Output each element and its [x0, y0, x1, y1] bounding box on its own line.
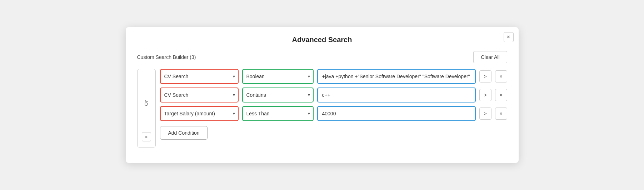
arrow-button-3[interactable]: > [479, 108, 491, 120]
arrow-button-2[interactable]: > [479, 89, 491, 101]
condition-row: CV Search Target Salary (amount) Boolean… [160, 69, 507, 84]
conditions-area: CV Search Target Salary (amount) Boolean… [160, 69, 507, 148]
add-condition-row: Add Condition [160, 125, 507, 140]
operator-select-wrapper-2: Boolean Contains Less Than [242, 88, 314, 102]
field-select-1[interactable]: CV Search Target Salary (amount) [160, 69, 239, 84]
builder-area: Or × CV Search Target Salary (amount) Bo… [137, 69, 507, 148]
operator-select-wrapper-3: Boolean Contains Less Than [242, 106, 314, 121]
operator-select-wrapper-1: Boolean Contains Less Than [242, 69, 314, 84]
modal-title: Advanced Search [137, 36, 507, 44]
or-label: Or [144, 100, 149, 106]
section-label: Custom Search Builder (3) [137, 54, 196, 60]
field-select-wrapper-1: CV Search Target Salary (amount) [160, 69, 239, 84]
value-input-1[interactable] [317, 69, 476, 84]
remove-button-3[interactable]: × [495, 108, 507, 120]
remove-button-2[interactable]: × [495, 89, 507, 101]
field-select-3[interactable]: CV Search Target Salary (amount) [160, 106, 239, 121]
field-select-2[interactable]: CV Search Target Salary (amount) [160, 88, 239, 102]
arrow-button-1[interactable]: > [479, 70, 491, 82]
value-input-3[interactable] [317, 106, 476, 121]
left-panel: Or × [137, 69, 156, 148]
condition-row: CV Search Target Salary (amount) Boolean… [160, 88, 507, 102]
clear-all-button[interactable]: Clear All [473, 51, 507, 63]
operator-select-3[interactable]: Boolean Contains Less Than [242, 106, 314, 121]
value-input-2[interactable] [317, 88, 476, 102]
left-panel-remove-button[interactable]: × [142, 132, 151, 141]
operator-select-2[interactable]: Boolean Contains Less Than [242, 88, 314, 102]
modal-close-button[interactable]: × [504, 32, 514, 42]
field-select-wrapper-3: CV Search Target Salary (amount) [160, 106, 239, 121]
operator-select-1[interactable]: Boolean Contains Less Than [242, 69, 314, 84]
field-select-wrapper-2: CV Search Target Salary (amount) [160, 88, 239, 102]
remove-button-1[interactable]: × [495, 70, 507, 82]
add-condition-button[interactable]: Add Condition [160, 126, 208, 140]
header-row: Custom Search Builder (3) Clear All [137, 51, 507, 63]
condition-row: CV Search Target Salary (amount) Boolean… [160, 106, 507, 121]
advanced-search-modal: × Advanced Search Custom Search Builder … [126, 27, 519, 163]
